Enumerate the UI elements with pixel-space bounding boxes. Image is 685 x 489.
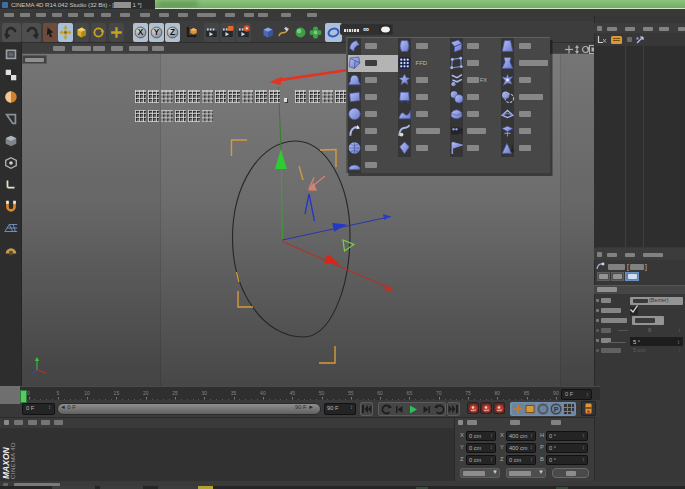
svg-text:X: X: [137, 28, 143, 37]
svg-text:P: P: [554, 406, 559, 413]
svg-text:Z: Z: [169, 28, 174, 37]
svg-text:Y: Y: [153, 28, 159, 37]
